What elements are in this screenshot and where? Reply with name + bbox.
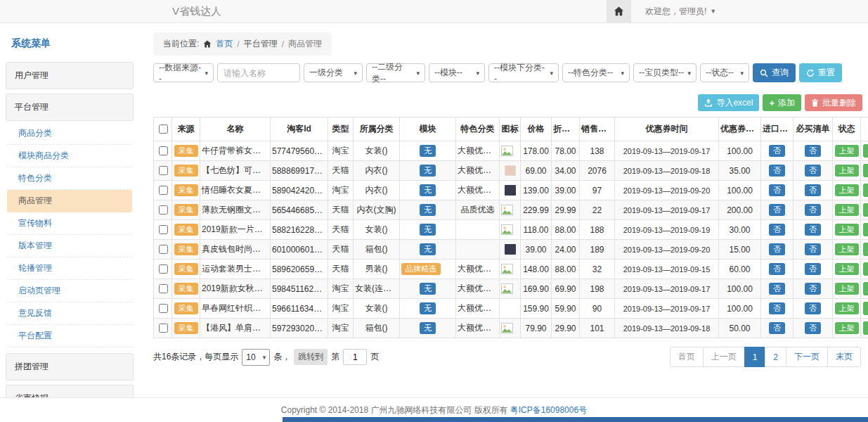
import-select-toggle[interactable]: 否 [769, 204, 785, 217]
import-select-toggle[interactable]: 否 [769, 145, 785, 158]
row-checkbox[interactable] [159, 205, 168, 215]
import-select-cell: 否 [761, 200, 793, 220]
filter-select-3[interactable]: --二级分类--▾ [366, 63, 425, 82]
taoke-id-cell: 588869917501 [271, 161, 328, 181]
row-checkbox[interactable] [159, 264, 168, 274]
module-cell: 无 [400, 279, 456, 299]
must-buy-toggle[interactable]: 否 [805, 184, 821, 197]
row-checkbox[interactable] [159, 225, 168, 234]
status-badge[interactable]: 上架 [835, 165, 859, 177]
per-page-select[interactable]: 10 ▾ [242, 349, 270, 366]
status-badge[interactable]: 上架 [835, 322, 859, 335]
page-button-上一页[interactable]: 上一页 [703, 347, 745, 367]
status-badge[interactable]: 上架 [835, 204, 859, 217]
edit-button[interactable] [863, 223, 868, 236]
image-placeholder-icon [501, 323, 519, 333]
import-select-toggle[interactable]: 否 [769, 165, 785, 177]
select-all-checkbox[interactable] [159, 124, 168, 134]
import-select-toggle[interactable]: 否 [769, 302, 785, 315]
breadcrumb-home-link[interactable]: 首页 [216, 38, 233, 50]
filter-select-8[interactable]: --状态--▾ [700, 63, 749, 82]
must-buy-toggle[interactable]: 否 [805, 263, 821, 276]
must-buy-cell: 否 [793, 240, 833, 260]
status-badge[interactable]: 上架 [835, 224, 859, 236]
page-button-首页[interactable]: 首页 [670, 347, 704, 367]
status-badge[interactable]: 上架 [835, 145, 859, 158]
import-select-toggle[interactable]: 否 [769, 243, 785, 256]
must-buy-toggle[interactable]: 否 [805, 165, 821, 177]
filter-select-1[interactable]: --数据来源--▾ [153, 63, 214, 82]
status-cell: 上架 [833, 161, 861, 181]
edit-button[interactable] [863, 144, 868, 158]
import-select-toggle[interactable]: 否 [769, 283, 785, 295]
import-select-toggle[interactable]: 否 [769, 184, 785, 197]
must-buy-toggle[interactable]: 否 [805, 145, 821, 158]
icp-link[interactable]: 粤ICP备16098006号 [510, 404, 587, 416]
edit-button[interactable] [863, 203, 868, 217]
sidebar-item[interactable]: 特色分类 [7, 167, 132, 190]
import-select-toggle[interactable]: 否 [769, 263, 785, 276]
sidebar-item[interactable]: 商品管理 [7, 190, 132, 212]
must-buy-toggle[interactable]: 否 [805, 322, 821, 335]
sidebar-item[interactable]: 模块商品分类 [7, 145, 132, 167]
add-button[interactable]: + 添加 [763, 94, 801, 111]
must-buy-toggle[interactable]: 否 [805, 302, 821, 315]
sidebar-group-1[interactable]: 用户管理 [6, 62, 134, 89]
row-checkbox[interactable] [159, 284, 168, 293]
page-button-1[interactable]: 1 [744, 347, 766, 367]
status-badge[interactable]: 上架 [835, 243, 859, 256]
page-button-2[interactable]: 2 [765, 347, 786, 367]
must-buy-toggle[interactable]: 否 [805, 224, 821, 236]
jump-page-input[interactable] [343, 349, 367, 365]
user-menu[interactable]: 欢迎您，管理员! ▼ [645, 6, 716, 18]
page-button-末页[interactable]: 末页 [827, 347, 861, 367]
edit-button[interactable] [863, 164, 868, 177]
edit-button[interactable] [863, 184, 868, 197]
sidebar-group-2[interactable]: 平台管理 [6, 94, 134, 121]
filter-select-2[interactable]: 一级分类▾ [304, 63, 363, 82]
sidebar-group-3[interactable]: 拼团管理 [6, 353, 134, 381]
sidebar-item[interactable]: 启动页管理 [7, 280, 132, 302]
import-select-toggle[interactable]: 否 [769, 322, 785, 335]
row-checkbox[interactable] [159, 146, 168, 155]
add-label: 添加 [778, 97, 795, 109]
sidebar-item[interactable]: 版本管理 [7, 235, 132, 257]
taoke-id-cell: 565446685867 [271, 200, 328, 220]
edit-button[interactable] [863, 321, 868, 335]
status-badge[interactable]: 上架 [835, 263, 859, 276]
filter-select-4[interactable]: --模块--▾ [429, 63, 485, 82]
must-buy-toggle[interactable]: 否 [805, 283, 821, 295]
name-search-input[interactable] [217, 63, 300, 82]
filter-select-5[interactable]: --模块下分类--▾ [488, 63, 559, 82]
row-checkbox[interactable] [159, 304, 168, 313]
edit-button[interactable] [863, 282, 868, 295]
import-excel-button[interactable]: 导入excel [698, 94, 759, 111]
sidebar-item[interactable]: 平台配置 [7, 325, 132, 347]
status-badge[interactable]: 上架 [835, 302, 859, 315]
must-buy-toggle[interactable]: 否 [805, 243, 821, 256]
sidebar-item[interactable]: 宣传物料 [7, 212, 132, 235]
batch-delete-button[interactable]: 批量删除 [805, 94, 862, 111]
query-button[interactable]: 查询 [753, 63, 796, 82]
sidebar-item[interactable]: 意见反馈 [7, 302, 132, 325]
source-cell: 采集 [172, 161, 200, 181]
home-button[interactable] [607, 0, 631, 23]
sidebar-item[interactable]: 轮播管理 [7, 257, 132, 280]
row-checkbox[interactable] [159, 166, 168, 175]
edit-button[interactable] [863, 302, 868, 315]
row-checkbox[interactable] [159, 324, 168, 333]
sidebar-item[interactable]: 商品分类 [7, 122, 132, 145]
row-checkbox[interactable] [159, 245, 168, 254]
import-select-toggle[interactable]: 否 [769, 224, 785, 236]
status-badge[interactable]: 上架 [835, 283, 859, 295]
edit-button[interactable] [863, 243, 868, 256]
filter-select-7[interactable]: --宝贝类型--▾ [633, 63, 697, 82]
page-button-下一页[interactable]: 下一页 [786, 347, 828, 367]
row-checkbox[interactable] [159, 186, 168, 195]
status-badge[interactable]: 上架 [835, 184, 859, 197]
filter-select-6[interactable]: --特色分类--▾ [562, 63, 630, 82]
edit-button[interactable] [863, 262, 868, 276]
must-buy-toggle[interactable]: 否 [805, 204, 821, 217]
reset-button[interactable]: 重置 [799, 63, 842, 82]
coupon-amount-cell: 200.00 [719, 200, 761, 220]
